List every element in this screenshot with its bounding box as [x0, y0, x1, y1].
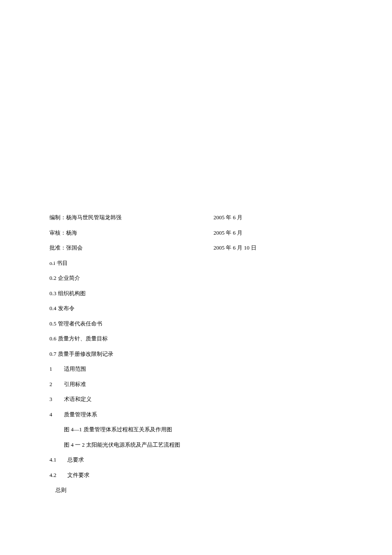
reviewed-by-names: 杨海	[66, 230, 77, 236]
compiled-by-names: 杨海马世民管瑞龙韩强	[66, 214, 121, 221]
reviewed-by-label: 审核：	[49, 230, 66, 236]
document-content: 编制：杨海马世民管瑞龙韩强 2005 年 6 月 审核：杨海 2005 年 6 …	[49, 213, 343, 501]
toc-item-4-2: 4.2 文件要求	[49, 471, 343, 479]
toc-num-1: 1	[49, 365, 64, 373]
toc-item-0-6: 0.6 质量方针、质量目标	[49, 334, 343, 343]
toc-item-0-5: 0.5 管理者代表任命书	[49, 320, 343, 328]
toc-fig-4-1: 图 4—1 质量管理体系过程相互关系及作用图	[49, 425, 343, 434]
toc-item-0-3: 0.3 组织机构图	[49, 289, 343, 298]
approved-by-left: 批准：张国会	[49, 244, 213, 252]
compiled-date: 2005 年 6 月	[213, 213, 343, 222]
toc-item-0-7: 0.7 质量手册修改限制记录	[49, 350, 343, 358]
toc-num-4-2: 4.2	[49, 471, 67, 479]
toc-label-4-1: 总要求	[67, 456, 84, 464]
toc-item-0-2: 0.2 企业简介	[49, 274, 343, 282]
toc-label-4-2: 文件要求	[67, 471, 89, 479]
toc-item-0-4: 0.4 发布令	[49, 304, 343, 313]
toc-item-1: 1 适用范围	[49, 365, 343, 373]
toc-final: 总则	[49, 486, 343, 494]
toc-label-3: 术语和定义	[64, 395, 92, 404]
toc-num-4-1: 4.1	[49, 456, 67, 464]
toc-label-4: 质量管理体系	[64, 410, 97, 419]
toc-item-0-1: o.i 书目	[49, 259, 343, 267]
toc-label-2: 引用标准	[64, 380, 86, 389]
compiled-by-row: 编制：杨海马世民管瑞龙韩强 2005 年 6 月	[49, 213, 343, 222]
compiled-by-label: 编制：	[49, 214, 66, 221]
toc-item-2: 2 引用标准	[49, 380, 343, 389]
toc-num-2: 2	[49, 380, 64, 389]
approved-by-row: 批准：张国会 2005 年 6 月 10 日	[49, 244, 343, 252]
reviewed-by-row: 审核：杨海 2005 年 6 月	[49, 229, 343, 237]
toc-item-3: 3 术语和定义	[49, 395, 343, 404]
toc-item-4-1: 4.1 总要求	[49, 456, 343, 464]
approved-by-names: 张国会	[66, 244, 83, 251]
toc-label-1: 适用范围	[64, 365, 86, 373]
approved-date: 2005 年 6 月 10 日	[213, 244, 343, 252]
compiled-by-left: 编制：杨海马世民管瑞龙韩强	[49, 213, 213, 222]
toc-fig-4-2: 图 4 一 2 太阳能光伏电源系统及产品工艺流程图	[49, 441, 343, 449]
approved-by-label: 批准：	[49, 244, 66, 251]
reviewed-by-left: 审核：杨海	[49, 229, 213, 237]
toc-num-4: 4	[49, 410, 64, 419]
toc-num-3: 3	[49, 395, 64, 404]
reviewed-date: 2005 年 6 月	[213, 229, 343, 237]
toc-item-4: 4 质量管理体系	[49, 410, 343, 419]
